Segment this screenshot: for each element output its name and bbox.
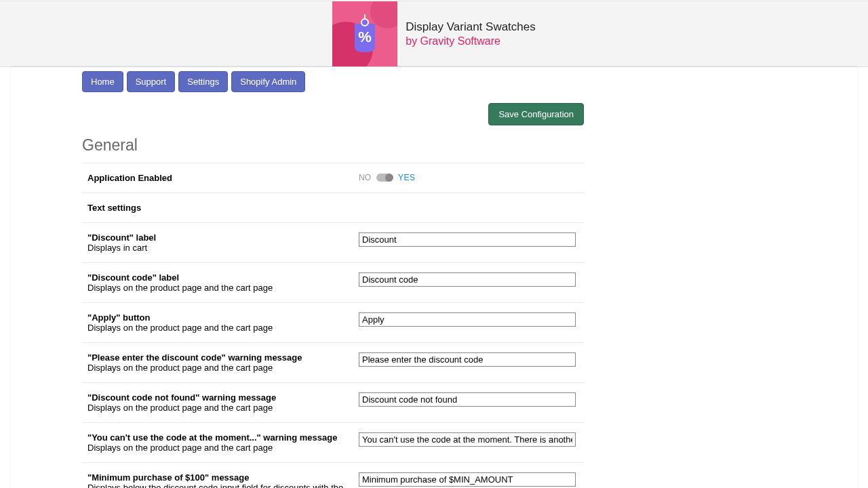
title-block: Display Variant Swatches by Gravity Soft… [406, 20, 536, 49]
svg-text:%: % [358, 28, 372, 45]
discount-code-label-title: "Discount code" label [87, 272, 348, 283]
discount-label-help: Displays in cart [87, 243, 348, 253]
toggle-yes-label: YES [398, 173, 416, 182]
save-configuration-button[interactable]: Save Configuration [488, 103, 584, 125]
row-cant-use: "You can't use the code at the moment...… [82, 422, 584, 462]
min-purchase-amount-title: "Minimum purchase of $100" message [87, 472, 348, 483]
app-enabled-label: Application Enabled [87, 173, 172, 183]
toggle-no-label: NO [359, 173, 371, 182]
row-application-enabled: Application Enabled NO YES [82, 163, 584, 192]
app-logo: % [332, 1, 397, 66]
text-settings-heading: Text settings [87, 203, 141, 213]
shopify-admin-button[interactable]: Shopify Admin [231, 71, 305, 92]
row-discount-label: "Discount" label Displays in cart [82, 222, 584, 262]
support-button[interactable]: Support [127, 71, 176, 92]
row-please-enter: "Please enter the discount code" warning… [82, 342, 584, 382]
discount-code-label-help: Displays on the product page and the car… [87, 283, 348, 293]
discount-tag-icon: % [351, 14, 379, 54]
nav-row: Home Support Settings Shopify Admin [82, 71, 584, 100]
row-apply-button: "Apply" button Displays on the product p… [82, 302, 584, 342]
settings-button[interactable]: Settings [178, 71, 228, 92]
app-byline: by Gravity Software [406, 35, 536, 49]
please-enter-input[interactable] [359, 352, 576, 367]
svg-point-0 [361, 19, 368, 26]
row-min-purchase-amount: "Minimum purchase of $100" message Displ… [82, 462, 584, 488]
row-text-settings-heading: Text settings [82, 192, 584, 222]
not-found-help: Displays on the product page and the car… [87, 403, 348, 413]
cant-use-title: "You can't use the code at the moment...… [87, 432, 348, 443]
app-enabled-toggle[interactable] [376, 174, 393, 182]
app-enabled-toggle-wrap: NO YES [359, 173, 578, 182]
cant-use-input[interactable] [359, 432, 576, 447]
page-content: Home Support Settings Shopify Admin Save… [11, 67, 857, 488]
apply-button-title: "Apply" button [87, 312, 348, 323]
not-found-title: "Discount code not found" warning messag… [87, 392, 348, 403]
discount-code-label-input[interactable] [359, 272, 576, 287]
please-enter-title: "Please enter the discount code" warning… [87, 352, 348, 363]
row-discount-code-label: "Discount code" label Displays on the pr… [82, 262, 584, 302]
row-not-found: "Discount code not found" warning messag… [82, 382, 584, 422]
home-button[interactable]: Home [82, 71, 123, 92]
save-row: Save Configuration [82, 100, 584, 136]
min-purchase-amount-help: Displays below the discount code input f… [87, 483, 348, 488]
app-header: % Display Variant Swatches by Gravity So… [0, 1, 868, 67]
section-title: General [82, 136, 584, 163]
discount-label-input[interactable] [359, 232, 576, 247]
apply-button-input[interactable] [359, 312, 576, 327]
apply-button-help: Displays on the product page and the car… [87, 323, 348, 333]
not-found-input[interactable] [359, 392, 576, 407]
cant-use-help: Displays on the product page and the car… [87, 443, 348, 453]
min-purchase-amount-input[interactable] [359, 472, 576, 487]
discount-label-title: "Discount" label [87, 232, 348, 243]
logo-block: % Display Variant Swatches by Gravity So… [332, 1, 536, 66]
app-title: Display Variant Swatches [406, 20, 536, 35]
please-enter-help: Displays on the product page and the car… [87, 363, 348, 373]
